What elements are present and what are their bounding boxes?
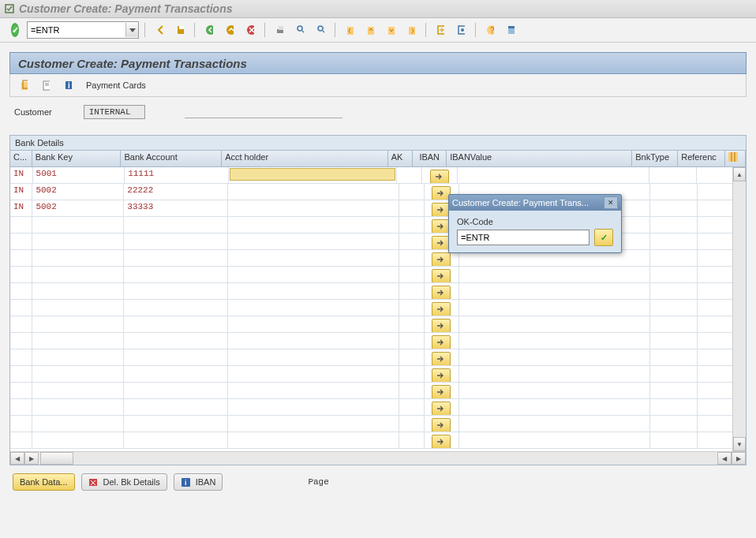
table-cell[interactable]: [459, 349, 650, 365]
scroll-right-icon[interactable]: ▶: [24, 452, 39, 465]
table-cell[interactable]: [459, 333, 650, 349]
create-session-button[interactable]: [432, 21, 449, 39]
iban-arrow-button[interactable]: [432, 302, 451, 316]
table-cell[interactable]: [228, 333, 399, 349]
table-cell[interactable]: [124, 250, 227, 266]
col-acct-holder[interactable]: Acct holder: [222, 151, 388, 166]
table-cell[interactable]: [32, 399, 124, 415]
table-cell[interactable]: [10, 333, 32, 349]
find-button[interactable]: [291, 21, 309, 39]
scroll-left-icon[interactable]: ◀: [10, 452, 24, 465]
iban-arrow-button[interactable]: [432, 368, 451, 382]
table-cell[interactable]: [32, 217, 124, 233]
iban-button[interactable]: i IBAN: [174, 473, 223, 491]
table-cell[interactable]: [124, 432, 227, 448]
horizontal-scrollbar[interactable]: ◀ ▶ ◀ ▶: [10, 451, 746, 465]
table-cell[interactable]: [10, 432, 32, 448]
vertical-scrollbar[interactable]: ▲ ▼: [732, 167, 746, 451]
iban-arrow-button[interactable]: [432, 286, 451, 299]
table-cell[interactable]: [228, 399, 399, 415]
iban-arrow-button[interactable]: [432, 418, 451, 432]
iban-arrow-button[interactable]: [432, 252, 451, 266]
table-cell[interactable]: [124, 349, 227, 365]
bank-data-button[interactable]: Bank Data...: [13, 473, 75, 491]
table-cell[interactable]: [10, 267, 32, 282]
nav-back-button[interactable]: [200, 21, 218, 39]
table-cell[interactable]: [124, 300, 227, 316]
iban-arrow-button[interactable]: [432, 385, 451, 398]
col-reference[interactable]: Referenc: [678, 151, 725, 166]
save-button[interactable]: [171, 21, 189, 39]
table-cell[interactable]: [399, 267, 425, 282]
first-page-button[interactable]: [341, 21, 358, 39]
table-cell[interactable]: [399, 217, 425, 233]
help-button[interactable]: ?: [481, 21, 499, 39]
del-bk-button[interactable]: Del. Bk Details: [81, 473, 167, 491]
scroll-down-icon[interactable]: ▼: [733, 437, 746, 451]
table-cell[interactable]: [10, 300, 32, 316]
table-cell[interactable]: [10, 234, 32, 249]
table-cell[interactable]: [399, 349, 425, 365]
table-cell[interactable]: [124, 399, 227, 415]
col-iban-value[interactable]: IBANValue: [447, 151, 632, 166]
table-cell[interactable]: [459, 283, 650, 299]
table-cell[interactable]: [32, 333, 124, 349]
acct-holder-input[interactable]: [230, 168, 395, 181]
table-cell[interactable]: [32, 300, 124, 316]
table-cell[interactable]: [10, 349, 32, 365]
table-cell[interactable]: [32, 234, 124, 249]
table-cell[interactable]: [32, 383, 124, 398]
table-cell[interactable]: [459, 316, 650, 332]
iban-arrow-button[interactable]: [432, 335, 451, 349]
table-cell[interactable]: [228, 316, 399, 332]
table-cell[interactable]: [10, 283, 32, 299]
table-cell[interactable]: 5002: [32, 184, 124, 200]
table-cell[interactable]: 11111: [125, 167, 229, 183]
table-cell[interactable]: [228, 300, 399, 316]
table-cell[interactable]: [650, 283, 698, 299]
table-cell[interactable]: [124, 234, 227, 249]
ok-code-confirm-button[interactable]: ✓: [594, 229, 613, 246]
col-config-icon[interactable]: [725, 151, 746, 166]
table-cell[interactable]: [399, 250, 425, 266]
table-cell[interactable]: [459, 399, 650, 415]
close-icon[interactable]: ✕: [604, 196, 618, 209]
table-cell[interactable]: [229, 167, 396, 183]
table-cell[interactable]: [32, 283, 124, 299]
col-country[interactable]: C...: [10, 151, 32, 166]
scroll-left2-icon[interactable]: ◀: [717, 452, 732, 465]
back-button[interactable]: [151, 21, 168, 39]
table-cell[interactable]: [124, 383, 227, 398]
table-cell[interactable]: [650, 234, 698, 249]
table-cell[interactable]: [650, 300, 698, 316]
table-cell[interactable]: [399, 300, 425, 316]
table-cell[interactable]: [399, 416, 425, 432]
table-cell[interactable]: [650, 383, 698, 398]
layout-button[interactable]: [502, 21, 519, 39]
iban-arrow-button[interactable]: [432, 319, 451, 332]
table-cell[interactable]: [650, 349, 698, 365]
table-cell[interactable]: [650, 316, 698, 332]
table-cell[interactable]: [650, 333, 698, 349]
additional-data-button[interactable]: [37, 77, 54, 94]
generate-shortcut-button[interactable]: [452, 21, 470, 39]
table-cell[interactable]: [399, 333, 425, 349]
table-cell[interactable]: [32, 366, 124, 382]
col-ak[interactable]: AK: [388, 151, 414, 166]
table-cell[interactable]: [228, 432, 399, 448]
info-button[interactable]: i: [59, 77, 77, 94]
table-cell[interactable]: [399, 383, 425, 398]
table-cell[interactable]: [124, 267, 227, 282]
table-cell[interactable]: 22222: [124, 184, 227, 200]
enter-button[interactable]: ✓: [6, 21, 24, 39]
table-cell[interactable]: [32, 432, 124, 448]
table-cell[interactable]: [10, 416, 32, 432]
table-cell[interactable]: [10, 383, 32, 398]
col-bank-key[interactable]: Bank Key: [32, 151, 122, 166]
table-cell[interactable]: 5001: [33, 167, 125, 183]
table-cell[interactable]: [228, 383, 399, 398]
table-cell[interactable]: [650, 250, 698, 266]
table-cell[interactable]: [459, 300, 650, 316]
table-cell[interactable]: [10, 217, 32, 233]
table-cell[interactable]: [458, 167, 650, 183]
